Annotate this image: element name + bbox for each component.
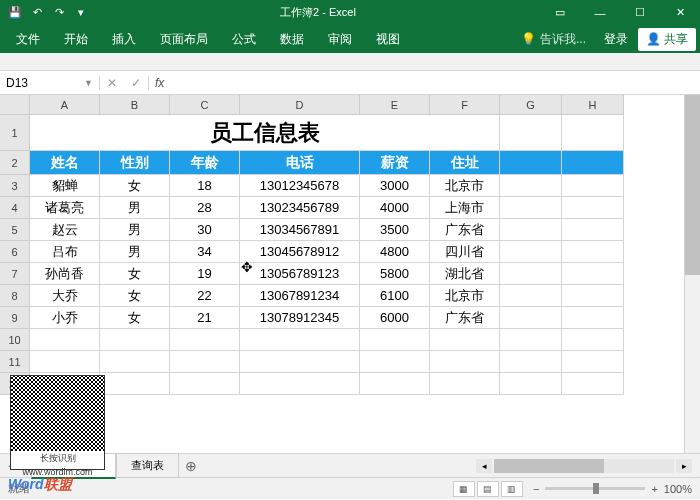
select-all-corner[interactable] (0, 95, 30, 115)
cell[interactable]: 男 (100, 241, 170, 263)
cells[interactable]: 员工信息表姓名性别年龄电话薪资住址貂蝉女18130123456783000北京市… (30, 115, 624, 395)
cell[interactable]: 13023456789 (240, 197, 360, 219)
row-header[interactable]: 2 (0, 151, 30, 175)
cell[interactable]: 5800 (360, 263, 430, 285)
cell[interactable]: 吕布 (30, 241, 100, 263)
cell[interactable] (562, 351, 624, 373)
cell[interactable] (500, 373, 562, 395)
col-header[interactable]: C (170, 95, 240, 115)
cell[interactable]: 6000 (360, 307, 430, 329)
confirm-formula-icon[interactable]: ✓ (124, 76, 148, 90)
vertical-scrollbar[interactable] (684, 95, 700, 453)
scroll-thumb[interactable] (685, 95, 700, 275)
cell[interactable] (240, 373, 360, 395)
cell[interactable]: 北京市 (430, 285, 500, 307)
tell-me[interactable]: 💡告诉我... (513, 31, 594, 48)
cell[interactable] (500, 329, 562, 351)
share-button[interactable]: 👤共享 (638, 28, 696, 51)
cell[interactable] (562, 197, 624, 219)
cell[interactable]: 广东省 (430, 307, 500, 329)
column-headers[interactable]: ABCDEFGH (30, 95, 624, 115)
row-header[interactable]: 8 (0, 285, 30, 307)
cell[interactable]: 员工信息表 (30, 115, 500, 151)
cell[interactable]: 大乔 (30, 285, 100, 307)
scroll-left-icon[interactable]: ◂ (476, 459, 492, 473)
cell[interactable]: 年龄 (170, 151, 240, 175)
cell[interactable] (562, 175, 624, 197)
tab-data[interactable]: 数据 (268, 25, 316, 54)
save-icon[interactable]: 💾 (6, 4, 24, 22)
cell[interactable] (360, 329, 430, 351)
row-header[interactable]: 3 (0, 175, 30, 197)
cell[interactable] (500, 351, 562, 373)
maximize-icon[interactable]: ☐ (620, 0, 660, 25)
cell[interactable] (430, 329, 500, 351)
cell[interactable]: 13067891234 (240, 285, 360, 307)
cell[interactable]: 34 (170, 241, 240, 263)
cell[interactable]: 4800 (360, 241, 430, 263)
col-header[interactable]: H (562, 95, 624, 115)
redo-icon[interactable]: ↷ (50, 4, 68, 22)
cell[interactable]: 3000 (360, 175, 430, 197)
add-sheet-button[interactable]: ⊕ (179, 458, 203, 474)
col-header[interactable]: E (360, 95, 430, 115)
cell[interactable]: 广东省 (430, 219, 500, 241)
close-icon[interactable]: ✕ (660, 0, 700, 25)
cell[interactable] (30, 351, 100, 373)
row-header[interactable]: 10 (0, 329, 30, 351)
tab-review[interactable]: 审阅 (316, 25, 364, 54)
cell[interactable] (500, 263, 562, 285)
cell[interactable] (562, 263, 624, 285)
row-header[interactable]: 11 (0, 351, 30, 373)
row-header[interactable]: 1 (0, 115, 30, 151)
cell[interactable]: 孙尚香 (30, 263, 100, 285)
cell[interactable] (430, 373, 500, 395)
ribbon-options-icon[interactable]: ▭ (540, 0, 580, 25)
cell[interactable]: 湖北省 (430, 263, 500, 285)
col-header[interactable]: F (430, 95, 500, 115)
fx-label[interactable]: fx (149, 76, 170, 90)
cell[interactable]: 13012345678 (240, 175, 360, 197)
cell[interactable]: 13034567891 (240, 219, 360, 241)
cell[interactable]: 13045678912 (240, 241, 360, 263)
cell[interactable] (562, 241, 624, 263)
tab-home[interactable]: 开始 (52, 25, 100, 54)
cell[interactable] (500, 219, 562, 241)
cell[interactable]: 女 (100, 175, 170, 197)
row-headers[interactable]: 123456789101112 (0, 115, 30, 395)
cell[interactable] (562, 219, 624, 241)
cell[interactable] (562, 307, 624, 329)
cell[interactable]: 男 (100, 219, 170, 241)
cell[interactable] (170, 329, 240, 351)
cell[interactable] (500, 175, 562, 197)
cell[interactable] (30, 329, 100, 351)
hscroll-thumb[interactable] (494, 459, 604, 473)
login-button[interactable]: 登录 (594, 31, 638, 48)
cell[interactable] (100, 351, 170, 373)
cell[interactable] (430, 351, 500, 373)
col-header[interactable]: D (240, 95, 360, 115)
cell[interactable] (100, 373, 170, 395)
cell[interactable]: 13056789123 (240, 263, 360, 285)
sheet-tab-other[interactable]: 查询表 (116, 453, 179, 478)
normal-view-icon[interactable]: ▦ (453, 481, 475, 497)
cell[interactable] (170, 373, 240, 395)
row-header[interactable]: 6 (0, 241, 30, 263)
tab-formula[interactable]: 公式 (220, 25, 268, 54)
tab-view[interactable]: 视图 (364, 25, 412, 54)
cell[interactable] (500, 307, 562, 329)
cell[interactable] (562, 373, 624, 395)
col-header[interactable]: A (30, 95, 100, 115)
col-header[interactable]: G (500, 95, 562, 115)
cell[interactable]: 上海市 (430, 197, 500, 219)
horizontal-scrollbar[interactable]: ◂ ▸ (203, 459, 700, 473)
page-layout-view-icon[interactable]: ▤ (477, 481, 499, 497)
cell[interactable] (240, 351, 360, 373)
page-break-view-icon[interactable]: ▥ (501, 481, 523, 497)
cell[interactable] (240, 329, 360, 351)
chevron-down-icon[interactable]: ▼ (84, 78, 93, 88)
scroll-right-icon[interactable]: ▸ (676, 459, 692, 473)
cell[interactable] (562, 329, 624, 351)
cell[interactable]: 赵云 (30, 219, 100, 241)
cell[interactable]: 28 (170, 197, 240, 219)
